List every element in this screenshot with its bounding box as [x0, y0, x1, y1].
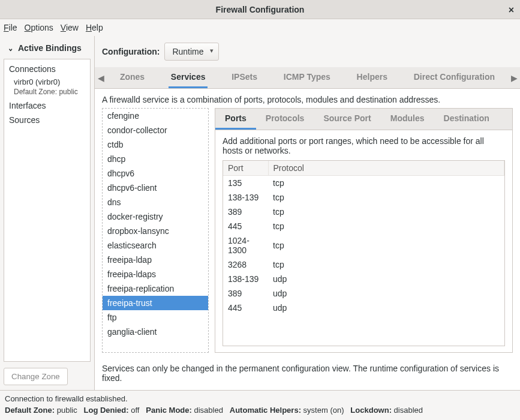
tab-ipsets[interactable]: IPSets: [229, 67, 260, 88]
service-list-item[interactable]: dhcpv6: [103, 166, 208, 181]
service-description: A firewalld service is a combination of …: [95, 89, 520, 108]
service-list-item[interactable]: ftp: [103, 310, 208, 325]
status-lockdown-label: Lockdown:: [350, 406, 392, 415]
table-row[interactable]: 1024-1300tcp: [223, 233, 504, 257]
protocol-cell: udp: [268, 272, 504, 286]
tab-zones[interactable]: Zones: [118, 67, 147, 88]
service-list-item[interactable]: dhcpv6-client: [103, 181, 208, 195]
protocol-cell: tcp: [268, 233, 504, 257]
protocol-cell: tcp: [268, 257, 504, 272]
service-list-item[interactable]: dhcp: [103, 152, 208, 166]
status-panic-label: Panic Mode:: [146, 406, 192, 415]
sidebar-header[interactable]: ⌄ Active Bindings: [4, 41, 91, 59]
service-list-item[interactable]: ganglia-client: [103, 325, 208, 339]
change-zone-button[interactable]: Change Zone: [4, 368, 68, 385]
ports-table[interactable]: Port Protocol 135tcp138-139tcp389tcp445t…: [223, 160, 505, 346]
service-list-item[interactable]: condor-collector: [103, 123, 208, 137]
service-list-item[interactable]: ctdb: [103, 137, 208, 152]
service-list-item[interactable]: freeipa-ldaps: [103, 267, 208, 281]
status-details: Default Zone: public Log Denied: off Pan…: [5, 404, 515, 416]
service-footer: Services can only be changed in the perm…: [95, 359, 520, 390]
sidebar-section-sources[interactable]: Sources: [4, 113, 90, 127]
chevron-down-icon: ⌄: [8, 43, 14, 53]
status-auto-helpers: system (on): [303, 406, 344, 415]
protocol-cell: udp: [268, 301, 504, 315]
port-cell: 135: [223, 176, 268, 191]
sidebar-section-connections[interactable]: Connections: [4, 62, 90, 76]
tab-scroll-right-icon[interactable]: ▶: [508, 73, 520, 83]
tab-icmp-types[interactable]: ICMP Types: [281, 67, 333, 88]
table-row[interactable]: 3268tcp: [223, 257, 504, 272]
service-list-item[interactable]: freeipa-ldap: [103, 253, 208, 267]
table-row[interactable]: 138-139tcp: [223, 190, 504, 205]
tab-helpers[interactable]: Helpers: [354, 67, 390, 88]
port-cell: 1024-1300: [223, 233, 268, 257]
main-tabs: ◀ Zones Services IPSets ICMP Types Helpe…: [95, 67, 520, 89]
titlebar: Firewall Configuration ×: [0, 0, 520, 19]
protocol-cell: tcp: [268, 176, 504, 191]
protocol-cell: tcp: [268, 190, 504, 205]
port-cell: 389: [223, 286, 268, 301]
port-cell: 389: [223, 205, 268, 219]
sidebar-title: Active Bindings: [18, 43, 82, 53]
service-detail: Ports Protocols Source Port Modules Dest…: [215, 108, 513, 353]
port-cell: 3268: [223, 257, 268, 272]
main-panel: Configuration: Runtime ◀ Zones Services …: [95, 36, 520, 390]
status-panic: disabled: [194, 406, 223, 415]
sub-tab-ports[interactable]: Ports: [215, 109, 256, 130]
service-list[interactable]: cfenginecondor-collectorctdbdhcpdhcpv6dh…: [102, 108, 209, 353]
menu-view[interactable]: View: [61, 23, 79, 32]
table-row[interactable]: 389udp: [223, 286, 504, 301]
config-label: Configuration:: [102, 47, 160, 56]
table-row[interactable]: 135tcp: [223, 176, 504, 191]
service-list-item[interactable]: dropbox-lansync: [103, 224, 208, 238]
window-title: Firewall Configuration: [216, 5, 305, 14]
status-log-denied: off: [131, 406, 139, 415]
service-list-item[interactable]: elasticsearch: [103, 238, 208, 253]
config-dropdown[interactable]: Runtime: [164, 43, 218, 61]
sub-tab-protocols[interactable]: Protocols: [256, 109, 314, 130]
status-default-zone-label: Default Zone:: [5, 406, 55, 415]
sub-tab-source-port[interactable]: Source Port: [314, 109, 380, 130]
service-list-item[interactable]: docker-registry: [103, 209, 208, 224]
sidebar-item-connection[interactable]: virbr0 (virbr0): [4, 76, 90, 88]
tab-services[interactable]: Services: [169, 67, 208, 88]
tab-scroll-left-icon[interactable]: ◀: [95, 73, 107, 83]
tab-direct-config[interactable]: Direct Configuration: [411, 67, 497, 88]
port-cell: 445: [223, 301, 268, 315]
ports-description: Add additional ports or port ranges, whi…: [223, 136, 505, 155]
statusbar: Connection to firewalld established. Def…: [0, 390, 520, 420]
service-list-item[interactable]: cfengine: [103, 109, 208, 123]
table-row[interactable]: 138-139udp: [223, 272, 504, 286]
sidebar-section-interfaces[interactable]: Interfaces: [4, 98, 90, 113]
ports-header-port[interactable]: Port: [223, 161, 268, 176]
menu-help[interactable]: Help: [86, 23, 103, 32]
sub-tabs: Ports Protocols Source Port Modules Dest…: [215, 109, 512, 130]
menu-options[interactable]: Options: [25, 23, 53, 32]
port-cell: 138-139: [223, 190, 268, 205]
status-log-denied-label: Log Denied:: [84, 406, 129, 415]
service-list-item[interactable]: freeipa-replication: [103, 281, 208, 296]
menu-file[interactable]: File: [4, 23, 17, 32]
sidebar-item-connection-zone: Default Zone: public: [4, 88, 90, 98]
sub-tab-modules[interactable]: Modules: [381, 109, 434, 130]
status-connection: Connection to firewalld established.: [5, 393, 515, 404]
port-cell: 138-139: [223, 272, 268, 286]
table-row[interactable]: 445udp: [223, 301, 504, 315]
service-list-item[interactable]: freeipa-trust: [103, 296, 208, 310]
protocol-cell: tcp: [268, 205, 504, 219]
service-list-item[interactable]: dns: [103, 195, 208, 209]
sidebar: ⌄ Active Bindings Connections virbr0 (vi…: [0, 36, 95, 390]
table-row[interactable]: 445tcp: [223, 219, 504, 233]
table-row[interactable]: 389tcp: [223, 205, 504, 219]
config-row: Configuration: Runtime: [95, 36, 520, 67]
change-zone-wrap: Change Zone: [4, 368, 91, 385]
status-lockdown: disabled: [394, 406, 423, 415]
ports-header-protocol[interactable]: Protocol: [268, 161, 504, 176]
sub-tab-destination[interactable]: Destination: [434, 109, 499, 130]
menubar: File Options View Help: [0, 19, 520, 36]
close-icon[interactable]: ×: [509, 5, 514, 16]
status-default-zone: public: [57, 406, 77, 415]
protocol-cell: udp: [268, 286, 504, 301]
port-cell: 445: [223, 219, 268, 233]
